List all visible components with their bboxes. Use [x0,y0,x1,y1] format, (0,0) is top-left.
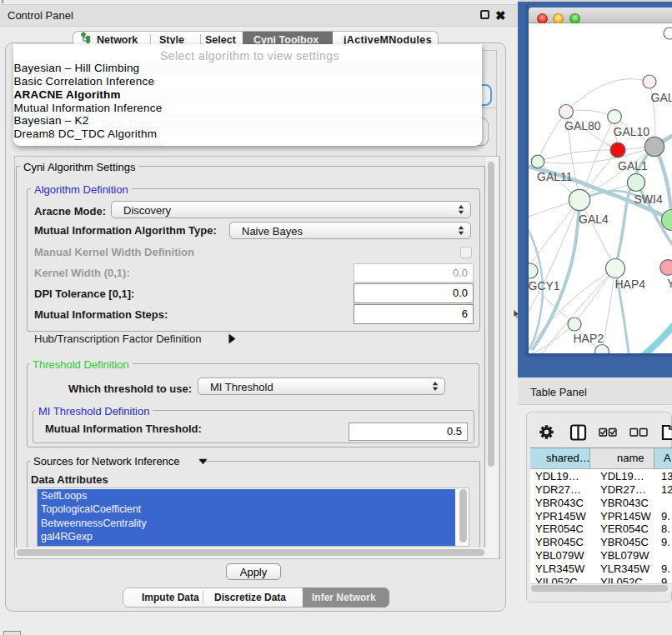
svg-text:GAL7: GAL7 [651,91,672,104]
svg-text:GAL11: GAL11 [537,170,573,183]
svg-text:GCY1: GCY1 [529,279,560,292]
svg-text:HAP4: HAP4 [615,278,646,291]
svg-text:GAL1: GAL1 [618,159,648,172]
svg-text:Y: Y [667,277,672,290]
svg-text:GAL10: GAL10 [614,125,650,138]
svg-text:HAP2: HAP2 [574,332,604,345]
svg-text:GAL4: GAL4 [579,212,609,226]
svg-text:GAL80: GAL80 [564,119,601,132]
svg-text:SWI4: SWI4 [634,192,663,206]
